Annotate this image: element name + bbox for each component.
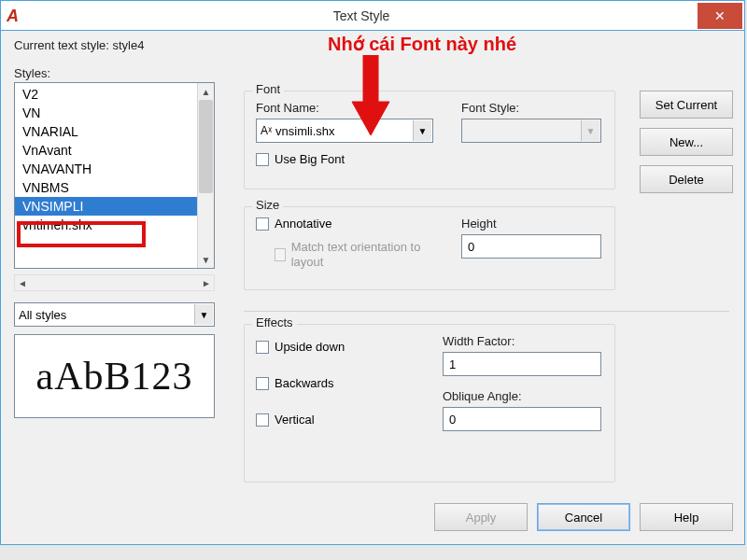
svg-rect-0 xyxy=(363,55,378,105)
vertical-label: Vertical xyxy=(275,413,315,427)
list-scrollbar[interactable]: ▲ ▼ xyxy=(197,83,214,268)
oblique-angle-label: Oblique Angle: xyxy=(443,389,601,403)
annotation-arrow-icon xyxy=(346,55,393,139)
scroll-down-icon[interactable]: ▼ xyxy=(198,251,214,268)
annotative-checkbox[interactable]: Annotative xyxy=(256,217,443,231)
current-style-label: Current text style: xyxy=(14,38,109,52)
annotative-label: Annotative xyxy=(275,217,331,231)
size-group: Size Annotative Match text orientation t… xyxy=(244,206,615,290)
effects-group-label: Effects xyxy=(252,315,297,329)
chevron-down-icon: ▼ xyxy=(581,120,599,141)
font-name-label: Font Name: xyxy=(256,101,433,115)
close-button[interactable]: ✕ xyxy=(698,3,742,29)
font-name-value: vnsimli.shx xyxy=(275,124,335,138)
height-label: Height xyxy=(461,217,601,231)
use-big-font-label: Use Big Font xyxy=(275,152,345,166)
size-group-label: Size xyxy=(252,198,283,212)
match-orientation-checkbox: Match text orientation to layout xyxy=(275,240,424,269)
font-name-combo[interactable]: Aᵡ vnsimli.shx ▼ xyxy=(256,119,433,143)
oblique-angle-input[interactable]: 0 xyxy=(443,407,601,431)
backwards-checkbox[interactable]: Backwards xyxy=(256,376,405,390)
upside-down-label: Upside down xyxy=(275,340,345,354)
styles-filter-combo[interactable]: All styles ▼ xyxy=(14,302,215,327)
svg-marker-1 xyxy=(352,102,389,135)
apply-button[interactable]: Apply xyxy=(434,503,528,531)
list-item[interactable]: VN xyxy=(15,104,197,122)
scroll-up-icon[interactable]: ▲ xyxy=(198,83,214,100)
scroll-thumb[interactable] xyxy=(199,100,213,193)
preview-text: aAbB123 xyxy=(36,354,193,399)
width-factor-label: Width Factor: xyxy=(443,334,601,348)
text-style-dialog: A Text Style ✕ Current text style: style… xyxy=(0,0,745,545)
separator xyxy=(244,311,729,312)
font-style-combo: ▼ xyxy=(461,119,601,143)
effects-group: Effects Upside down Backwards Vertical xyxy=(244,324,615,483)
font-group-label: Font xyxy=(252,82,284,96)
upside-down-checkbox[interactable]: Upside down xyxy=(256,340,405,354)
backwards-label: Backwards xyxy=(275,376,334,390)
checkbox-icon xyxy=(256,377,269,390)
checkbox-icon xyxy=(256,217,269,231)
list-item[interactable]: vntimeh.shx xyxy=(15,216,197,234)
list-item[interactable]: V2 xyxy=(15,85,197,104)
vertical-checkbox[interactable]: Vertical xyxy=(256,413,405,427)
app-icon: A xyxy=(7,7,25,25)
chevron-down-icon[interactable]: ▼ xyxy=(413,120,431,141)
titlebar: A Text Style ✕ xyxy=(1,1,744,31)
list-item-selected[interactable]: VNSIMPLI xyxy=(15,197,197,216)
window-title: Text Style xyxy=(25,8,698,23)
list-item[interactable]: VNAVANTH xyxy=(15,160,197,178)
list-hscroll[interactable]: ◄ ► xyxy=(14,274,215,291)
font-group: Font Font Name: Aᵡ vnsimli.shx ▼ Font St… xyxy=(244,91,615,189)
set-current-button[interactable]: Set Current xyxy=(640,91,733,119)
styles-listbox[interactable]: V2 VN VNARIAL VnAvant VNAVANTH VNBMS VNS… xyxy=(14,82,215,269)
styles-label: Styles: xyxy=(14,66,224,80)
chevron-down-icon[interactable]: ▼ xyxy=(194,304,213,325)
delete-button[interactable]: Delete xyxy=(640,165,733,193)
checkbox-icon xyxy=(256,413,269,427)
list-item[interactable]: VNARIAL xyxy=(15,122,197,141)
current-style-value: style4 xyxy=(113,38,145,52)
checkbox-icon xyxy=(256,341,269,354)
use-big-font-checkbox[interactable]: Use Big Font xyxy=(256,152,603,166)
scroll-left-icon[interactable]: ◄ xyxy=(15,278,30,288)
font-style-label: Font Style: xyxy=(461,101,601,115)
list-item[interactable]: VNBMS xyxy=(15,178,197,197)
scroll-right-icon[interactable]: ► xyxy=(199,278,214,288)
annotation-text: Nhớ cái Font này nhé xyxy=(328,33,516,55)
filter-value: All styles xyxy=(19,308,66,322)
match-orientation-label: Match text orientation to layout xyxy=(291,240,424,269)
font-shx-icon: Aᵡ xyxy=(261,124,272,137)
preview-panel: aAbB123 xyxy=(14,334,215,418)
width-factor-input[interactable]: 1 xyxy=(443,352,601,376)
height-input[interactable]: 0 xyxy=(461,234,601,259)
list-item[interactable]: VnAvant xyxy=(15,141,197,160)
new-button[interactable]: New... xyxy=(640,128,733,156)
help-button[interactable]: Help xyxy=(640,503,733,531)
checkbox-icon xyxy=(275,248,286,261)
checkbox-icon xyxy=(256,153,269,166)
cancel-button[interactable]: Cancel xyxy=(537,503,630,531)
